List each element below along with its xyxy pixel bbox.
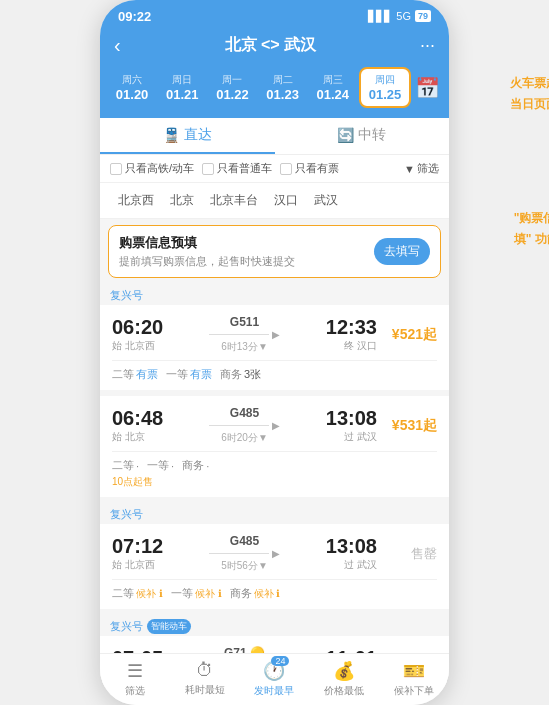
train-price-g511: ¥521起 xyxy=(377,326,437,344)
calendar-button[interactable]: 📅 xyxy=(413,76,441,100)
section-label-fuxing-2: 复兴号 xyxy=(100,503,449,524)
price-icon: 💰 xyxy=(333,660,355,682)
train-depart-g511: 06:20 始 北京西 xyxy=(112,316,172,353)
station-tab-bjft[interactable]: 北京丰台 xyxy=(202,189,266,212)
bottom-nav: ☰ 筛选 ⏱ 耗时最短 🕐 24 发时最早 💰 价格最低 🎫 候补下单 xyxy=(100,653,449,705)
back-button[interactable]: ‹ xyxy=(114,34,121,57)
more-button[interactable]: ··· xyxy=(420,35,435,56)
battery-icon: 79 xyxy=(415,10,431,22)
smart-badge: 智能动车 xyxy=(147,619,191,634)
page-title: 北京 <> 武汉 xyxy=(225,35,317,56)
train-price-g485-2: 售罄 xyxy=(377,545,437,563)
station-tab-bjx[interactable]: 北京西 xyxy=(110,189,162,212)
timer-icon: ⏱ xyxy=(196,660,214,681)
filter-youpiao[interactable]: 只看有票 xyxy=(280,161,339,176)
promo-button[interactable]: 去填写 xyxy=(374,238,430,265)
status-bar: 09:22 ▋▋▋ 5G 79 xyxy=(100,0,449,28)
filter-nav-icon: ☰ xyxy=(127,660,143,682)
train-icon: 🚆 xyxy=(163,127,180,143)
network-type: 5G xyxy=(396,10,411,22)
tab-direct[interactable]: 🚆 直达 xyxy=(100,118,275,154)
train-seats-g511: 二等 有票 一等 有票 商务 3张 xyxy=(112,367,437,382)
train-arrive-g511: 12:33 终 汉口 xyxy=(317,316,377,353)
nav-cheapest[interactable]: 💰 价格最低 xyxy=(309,660,379,698)
annotation-1: 火车票起售当日页面 ← xyxy=(510,75,549,117)
station-tabs: 北京西 北京 北京丰台 汉口 武汉 xyxy=(100,183,449,219)
train-card-g485-1[interactable]: 06:48 始 北京 G485 ▶ 6时20分▼ 13:08 过 武汉 xyxy=(100,396,449,497)
filter-row: 只看高铁/动车 只看普通车 只看有票 ▼ 筛选 xyxy=(100,155,449,183)
checkbox-youpiao[interactable] xyxy=(280,163,292,175)
station-tab-bj[interactable]: 北京 xyxy=(162,189,202,212)
promo-title: 购票信息预填 xyxy=(119,234,295,252)
annotation-2: "购票信息预填" 功能入口 ← xyxy=(514,210,549,252)
date-tabs: 周六 01.20 周日 01.21 周一 01.22 周二 01.23 周三 0… xyxy=(100,67,449,118)
earliest-badge: 24 xyxy=(271,656,289,666)
filter-putong[interactable]: 只看普通车 xyxy=(202,161,272,176)
calendar-icon: 📅 xyxy=(415,77,440,99)
transfer-icon: 🔄 xyxy=(337,127,354,143)
date-tab-5[interactable]: 周四 01.25 xyxy=(359,67,411,108)
sale-start-tag: 10点起售 xyxy=(112,475,437,489)
filter-gaotie[interactable]: 只看高铁/动车 xyxy=(110,161,194,176)
tab-switch: 🚆 直达 🔄 中转 xyxy=(100,118,449,155)
tab-direct-label: 直达 xyxy=(184,126,212,144)
nav-waitlist[interactable]: 🎫 候补下单 xyxy=(379,660,449,698)
train-list: 复兴号 06:20 始 北京西 G511 ▶ 6时13分▼ xyxy=(100,284,449,687)
filter-icon: ▼ xyxy=(404,163,415,175)
section-label-fuxing-1: 复兴号 xyxy=(100,284,449,305)
nav-earliest[interactable]: 🕐 24 发时最早 xyxy=(240,660,310,698)
section-label-smart: 复兴号 智能动车 xyxy=(100,615,449,636)
nav-shortest[interactable]: ⏱ 耗时最短 xyxy=(170,660,240,697)
tab-transfer-label: 中转 xyxy=(358,126,386,144)
tab-transfer[interactable]: 🔄 中转 xyxy=(275,118,450,154)
header: ‹ 北京 <> 武汉 ··· xyxy=(100,28,449,67)
signal-icon: ▋▋▋ xyxy=(368,10,392,23)
date-tab-4[interactable]: 周三 01.24 xyxy=(309,69,357,106)
filter-button[interactable]: ▼ 筛选 xyxy=(404,161,439,176)
station-tab-wh[interactable]: 武汉 xyxy=(306,189,346,212)
train-card-g485-2[interactable]: 07:12 始 北京西 G485 ▶ 5时56分▼ 13:08 过 武汉 xyxy=(100,524,449,609)
status-icons: ▋▋▋ 5G 79 xyxy=(368,10,431,23)
checkbox-putong[interactable] xyxy=(202,163,214,175)
promo-subtitle: 提前填写购票信息，起售时快速提交 xyxy=(119,254,295,269)
date-tab-3[interactable]: 周二 01.23 xyxy=(259,69,307,106)
train-price-g485-1: ¥531起 xyxy=(377,417,437,435)
status-time: 09:22 xyxy=(118,9,151,24)
train-card-g511[interactable]: 06:20 始 北京西 G511 ▶ 6时13分▼ 12:33 终 汉口 xyxy=(100,305,449,390)
promo-banner: 购票信息预填 提前填写购票信息，起售时快速提交 去填写 xyxy=(108,225,441,278)
date-tab-2[interactable]: 周一 01.22 xyxy=(208,69,256,106)
date-tab-1[interactable]: 周日 01.21 xyxy=(158,69,206,106)
nav-filter[interactable]: ☰ 筛选 xyxy=(100,660,170,698)
checkbox-gaotie[interactable] xyxy=(110,163,122,175)
station-tab-hk[interactable]: 汉口 xyxy=(266,189,306,212)
date-tab-0[interactable]: 周六 01.20 xyxy=(108,69,156,106)
ticket-icon: 🎫 xyxy=(403,660,425,682)
